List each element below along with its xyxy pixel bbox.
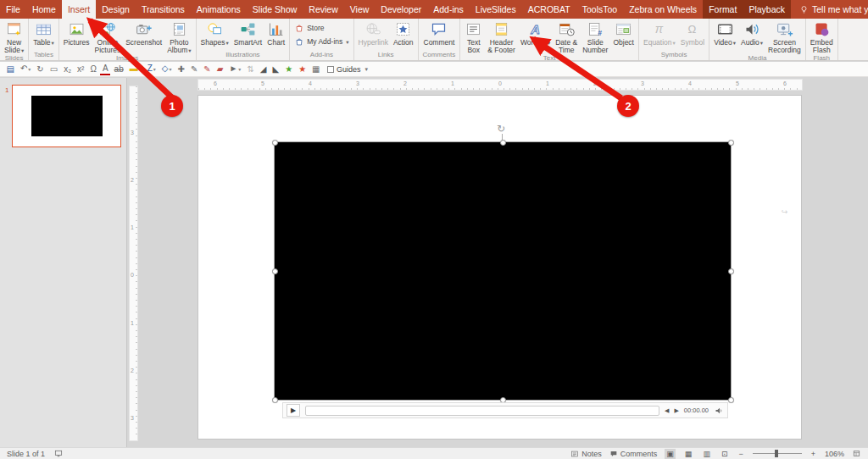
video-button[interactable]: Video	[711, 19, 738, 47]
frame-icon[interactable]: ▭	[47, 63, 59, 76]
pictures-button[interactable]: Pictures	[61, 19, 92, 47]
display-settings-icon[interactable]	[53, 449, 64, 458]
view-normal-button[interactable]: ▣	[665, 449, 676, 459]
draw-pen-icon[interactable]: Z	[145, 62, 158, 76]
play-button[interactable]: ▶	[287, 404, 300, 417]
tab-add-ins[interactable]: Add-ins	[427, 0, 470, 19]
table-button[interactable]: Table	[31, 19, 57, 47]
star-red-icon[interactable]: ★	[297, 63, 309, 76]
brush-icon[interactable]: ▰	[214, 63, 225, 76]
tab-slide-show[interactable]: Slide Show	[247, 0, 303, 19]
view-slide-sorter-button[interactable]: ▦	[683, 449, 694, 459]
save-icon[interactable]: ▤	[4, 63, 16, 76]
comments-button[interactable]: Comments	[609, 450, 658, 458]
frame-forward-button[interactable]: ▶	[674, 404, 678, 417]
star-green-icon[interactable]: ★	[283, 63, 295, 76]
tab-design[interactable]: Design	[96, 0, 136, 19]
guides-checkbox[interactable]	[327, 66, 334, 73]
resize-handle-bottom-left[interactable]	[272, 397, 278, 403]
guides-toggle[interactable]: Guides	[327, 65, 361, 74]
tab-view[interactable]: View	[344, 0, 376, 19]
header-footer-button[interactable]: Header & Footer	[485, 19, 518, 54]
store-button[interactable]: Store	[292, 22, 326, 35]
audio-button[interactable]: Audio	[738, 19, 765, 47]
highlight-icon[interactable]: ▬	[127, 62, 143, 76]
rotate-right-icon[interactable]: ◣	[270, 63, 281, 76]
tab-playback[interactable]: Playback	[743, 0, 791, 19]
embed-flash-button[interactable]: Embed Flash	[808, 19, 836, 54]
tab-review[interactable]: Review	[303, 0, 343, 19]
tab-toolstoo[interactable]: ToolsToo	[576, 0, 623, 19]
zoom-level[interactable]: 106%	[825, 450, 844, 458]
seek-bar[interactable]	[305, 406, 659, 416]
wordart-button[interactable]: WordArt	[518, 19, 553, 47]
smartart-button[interactable]: SmartArt	[231, 19, 265, 47]
tab-acrobat[interactable]: ACROBAT	[522, 0, 576, 19]
strikethrough-icon[interactable]: ab	[112, 63, 125, 76]
screen-recording-button[interactable]: Screen Recording	[765, 19, 804, 54]
pen-red-icon[interactable]: ✎	[202, 63, 213, 76]
shape-icon[interactable]: ◇	[159, 62, 174, 76]
redo-icon[interactable]: ↻	[35, 63, 46, 76]
font-color-icon[interactable]: A	[100, 64, 110, 75]
screenshot-button[interactable]: Screenshot	[123, 19, 164, 47]
action-button[interactable]: Action	[391, 19, 416, 47]
tab-format[interactable]: Format	[703, 0, 743, 19]
hyperlink-button[interactable]: Hyperlink	[356, 19, 391, 47]
slide-canvas[interactable]: ↻ ▶ ◀ ▶ 00:00.00 ↪	[198, 95, 802, 440]
undo-icon[interactable]: ↶	[18, 62, 32, 76]
tab-transitions[interactable]: Transitions	[136, 0, 191, 19]
resize-handle-middle-right[interactable]	[728, 268, 734, 274]
zoom-slider-thumb[interactable]	[775, 450, 778, 457]
tab-animations[interactable]: Animations	[191, 0, 247, 19]
shapes-button[interactable]: Shapes	[198, 19, 231, 47]
qat-more-icon[interactable]: ▾	[365, 66, 369, 73]
date-time-button[interactable]: Date & Time	[553, 19, 580, 54]
resize-handle-top-middle[interactable]	[500, 140, 506, 146]
video-placeholder[interactable]	[275, 142, 731, 400]
pointer-icon[interactable]: ►	[227, 62, 243, 76]
rotate-handle-icon[interactable]: ↻	[497, 124, 505, 134]
zoom-in-button[interactable]: +	[810, 449, 817, 459]
notes-button[interactable]: Notes	[570, 450, 602, 458]
new-slide-button[interactable]: New Slide	[2, 19, 26, 54]
fit-to-window-icon[interactable]	[852, 449, 861, 458]
tab-insert[interactable]: Insert	[62, 0, 96, 19]
rotate-left-icon[interactable]: ◢	[258, 63, 269, 76]
my-add-ins-button[interactable]: My Add-ins	[292, 36, 351, 48]
subscript-icon[interactable]: x₂	[62, 63, 74, 76]
symbol-icon[interactable]: Ω	[88, 63, 98, 76]
tab-zebra-on-wheels[interactable]: Zebra on Wheels	[623, 0, 703, 19]
tab-developer[interactable]: Developer	[375, 0, 427, 19]
symbol-button[interactable]: Symbol	[678, 19, 707, 47]
comment-button[interactable]: Comment	[421, 19, 458, 47]
pencil-icon[interactable]: ✎	[188, 63, 199, 76]
annotation-badge-1: 1	[161, 95, 183, 117]
resize-handle-top-right[interactable]	[728, 140, 734, 146]
tab-liveslides[interactable]: LiveSlides	[470, 0, 522, 19]
resize-handle-bottom-right[interactable]	[728, 397, 734, 403]
reorder-icon[interactable]: ⇅	[245, 63, 256, 76]
view-slideshow-button[interactable]: ⊡	[720, 449, 730, 459]
tab-home[interactable]: Home	[26, 0, 62, 19]
object-button[interactable]: Object	[610, 19, 637, 47]
resize-handle-top-left[interactable]	[272, 140, 278, 146]
speaker-icon[interactable]	[714, 406, 724, 416]
chart-button[interactable]: Chart	[264, 19, 287, 47]
frame-back-button[interactable]: ◀	[665, 404, 669, 417]
zoom-slider[interactable]	[753, 449, 802, 458]
tell-me-box[interactable]: Tell me what you want to do	[791, 0, 868, 19]
text-box-button[interactable]: Text Box	[462, 19, 485, 54]
slide-number-button[interactable]: Slide Number	[580, 19, 610, 54]
tab-file[interactable]: File	[0, 0, 26, 19]
superscript-icon[interactable]: x²	[75, 63, 86, 76]
zoom-out-button[interactable]: −	[737, 449, 744, 459]
view-reading-button[interactable]: ▥	[701, 449, 712, 459]
online-pictures-button[interactable]: Online Pictures	[92, 19, 123, 54]
crosshair-icon[interactable]: ✚	[175, 63, 186, 76]
slide-thumbnail-selected[interactable]	[12, 85, 121, 147]
equation-button[interactable]: Equation	[641, 19, 678, 47]
photo-album-button[interactable]: Photo Album	[164, 19, 193, 54]
resize-handle-middle-left[interactable]	[272, 268, 278, 274]
layout-grid-icon[interactable]: ▦	[310, 63, 322, 76]
